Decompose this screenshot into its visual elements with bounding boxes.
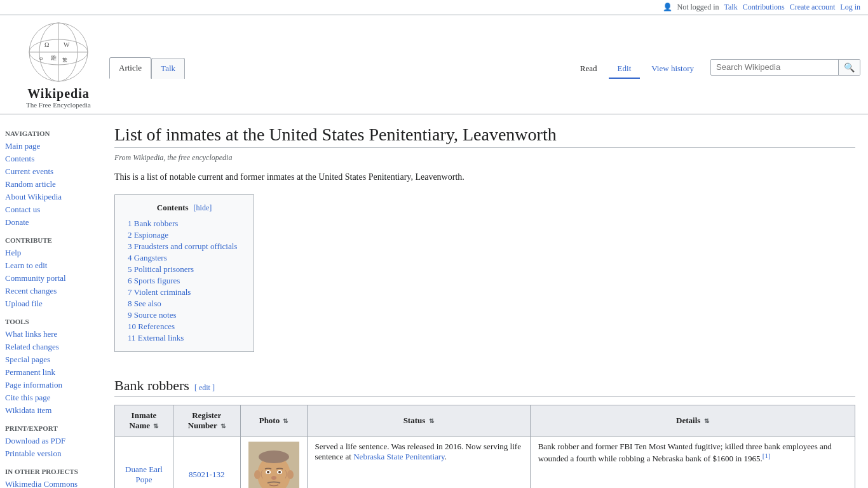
toc-hide-button[interactable]: [hide] <box>194 203 212 213</box>
toc-title-row: Contents [hide] <box>128 203 241 213</box>
log-in-link[interactable]: Log in <box>840 3 860 12</box>
top-bar: 👤 Not logged in Talk Contributions Creat… <box>0 0 868 15</box>
th-details: Details ⇅ <box>530 405 855 437</box>
sidebar-item-contents[interactable]: Contents <box>5 152 97 165</box>
header: Ω W 維 繁 ω Wikipedia The Free Encyclopedi… <box>0 15 868 114</box>
from-wikipedia-note: From Wikipedia, the free encyclopedia <box>114 153 855 163</box>
sidebar-item-contact-us[interactable]: Contact us <box>5 203 97 216</box>
toc-item-3[interactable]: 3 Fraudsters and corrupt officials <box>128 241 241 252</box>
sidebar-item-main-page[interactable]: Main page <box>5 140 97 152</box>
th-inmate-name: Inmate Name ⇅ <box>115 405 173 437</box>
print-section-title: Print/export <box>5 424 97 432</box>
nebraska-state-penitentiary-link[interactable]: Nebraska State Penitentiary <box>353 452 445 461</box>
page-title: List of inmates at the United States Pen… <box>114 125 855 148</box>
talk-link[interactable]: Talk <box>724 3 738 12</box>
sidebar-item-donate[interactable]: Donate <box>5 216 97 229</box>
svg-point-15 <box>287 470 294 479</box>
toc-item-5[interactable]: 5 Political prisoners <box>128 264 241 275</box>
register-number-link[interactable]: 85021-132 <box>189 470 224 479</box>
nav-tabs-area: Article Talk Read Edit View history 🔍 <box>109 57 860 78</box>
details-cell: Bank robber and former FBI Ten Most Want… <box>530 437 855 488</box>
sidebar-item-cite-this-page[interactable]: Cite this page <box>5 391 97 404</box>
toc-item-10[interactable]: 10 References <box>128 321 241 332</box>
contribute-section-title: Contribute <box>5 236 97 244</box>
sidebar-item-page-information[interactable]: Page information <box>5 379 97 391</box>
svg-text:W: W <box>64 41 70 48</box>
intro-paragraph: This is a list of notable current and fo… <box>114 170 855 184</box>
toc-item-2[interactable]: 2 Espionage <box>128 229 241 241</box>
other-projects-title: In other projects <box>5 468 97 475</box>
tab-read[interactable]: Read <box>571 58 606 79</box>
sidebar-item-special-pages[interactable]: Special pages <box>5 353 97 366</box>
tab-edit[interactable]: Edit <box>609 58 641 79</box>
svg-text:維: 維 <box>50 55 57 61</box>
tab-article[interactable]: Article <box>109 57 151 79</box>
inmate-photo <box>248 442 299 488</box>
photo-cell <box>240 437 307 488</box>
sidebar-item-recent-changes[interactable]: Recent changes <box>5 285 97 297</box>
svg-point-14 <box>254 470 261 479</box>
sidebar-item-upload-file[interactable]: Upload file <box>5 297 97 310</box>
sidebar-item-learn-to-edit[interactable]: Learn to edit <box>5 259 97 272</box>
navigation-section-title: Navigation <box>5 130 97 137</box>
toc-item-8[interactable]: 8 See also <box>128 298 241 309</box>
search-box: 🔍 <box>710 59 860 76</box>
content: List of inmates at the United States Pen… <box>102 114 868 488</box>
sidebar-item-download-pdf[interactable]: Download as PDF <box>5 435 97 447</box>
logo-title: Wikipedia <box>8 86 109 101</box>
inmate-name-cell: Duane Earl Pope <box>115 437 173 488</box>
sort-arrow-photo[interactable]: ⇅ <box>283 417 288 424</box>
sidebar-item-printable-version[interactable]: Printable version <box>5 447 97 460</box>
register-number-cell: 85021-132 <box>173 437 240 488</box>
main-layout: Navigation Main page Contents Current ev… <box>0 114 868 488</box>
inmates-table: Inmate Name ⇅ Register Number ⇅ Photo ⇅ … <box>114 405 855 488</box>
svg-point-18 <box>267 471 269 473</box>
sidebar-item-help[interactable]: Help <box>5 247 97 259</box>
create-account-link[interactable]: Create account <box>790 3 836 12</box>
toc-item-4[interactable]: 4 Gangsters <box>128 252 241 264</box>
not-logged-in-text: Not logged in <box>677 3 719 12</box>
contributions-link[interactable]: Contributions <box>743 3 785 12</box>
action-tabs: Read Edit View history 🔍 <box>571 58 860 78</box>
wikipedia-logo: Ω W 維 繁 ω <box>27 20 90 84</box>
bank-robbers-heading-text: Bank robbers <box>114 377 189 394</box>
sidebar-item-wikidata-item[interactable]: Wikidata item <box>5 404 97 417</box>
sidebar-item-what-links-here[interactable]: What links here <box>5 328 97 341</box>
sort-arrow-name[interactable]: ⇅ <box>153 423 158 430</box>
status-cell: Served a life sentence. Was released in … <box>307 437 530 488</box>
tools-section-title: Tools <box>5 318 97 325</box>
logo-area: Ω W 維 繁 ω Wikipedia The Free Encyclopedi… <box>8 20 109 114</box>
table-row: Duane Earl Pope 85021-132 <box>115 437 855 488</box>
inmate-name-link[interactable]: Duane Earl Pope <box>125 464 163 484</box>
sort-arrow-status[interactable]: ⇅ <box>429 417 434 424</box>
svg-point-20 <box>271 476 276 480</box>
svg-text:Ω: Ω <box>44 41 49 48</box>
sort-arrow-details[interactable]: ⇅ <box>704 417 709 424</box>
sidebar-item-related-changes[interactable]: Related changes <box>5 341 97 353</box>
search-button[interactable]: 🔍 <box>838 60 860 75</box>
sidebar-item-wikimedia-commons[interactable]: Wikimedia Commons <box>5 478 97 488</box>
sidebar-item-community-portal[interactable]: Community portal <box>5 272 97 285</box>
bank-robbers-heading: Bank robbers [ edit ] <box>114 377 855 397</box>
th-status: Status ⇅ <box>307 405 530 437</box>
svg-point-19 <box>278 471 281 473</box>
toc-item-7[interactable]: 7 Violent criminals <box>128 287 241 298</box>
toc-item-1[interactable]: 1 Bank robbers <box>128 218 241 229</box>
table-header-row: Inmate Name ⇅ Register Number ⇅ Photo ⇅ … <box>115 405 855 437</box>
svg-point-13 <box>259 451 289 463</box>
bank-robbers-edit-link[interactable]: [ edit ] <box>194 383 215 392</box>
sidebar-item-about-wikipedia[interactable]: About Wikipedia <box>5 191 97 203</box>
toc-item-9[interactable]: 9 Source notes <box>128 309 241 321</box>
toc-item-11[interactable]: 11 External links <box>128 332 241 344</box>
sidebar-item-random-article[interactable]: Random article <box>5 178 97 191</box>
toc-item-6[interactable]: 6 Sports figures <box>128 275 241 287</box>
toc-title: Contents <box>157 203 189 213</box>
sidebar-item-current-events[interactable]: Current events <box>5 165 97 178</box>
sort-arrow-register[interactable]: ⇅ <box>220 423 226 430</box>
tab-talk[interactable]: Talk <box>151 58 185 79</box>
search-input[interactable] <box>711 60 838 74</box>
details-text: Bank robber and former FBI Ten Most Want… <box>538 442 832 463</box>
reference-1[interactable]: [1] <box>763 452 771 459</box>
sidebar-item-permanent-link[interactable]: Permanent link <box>5 366 97 379</box>
tab-view-history[interactable]: View history <box>642 58 703 79</box>
